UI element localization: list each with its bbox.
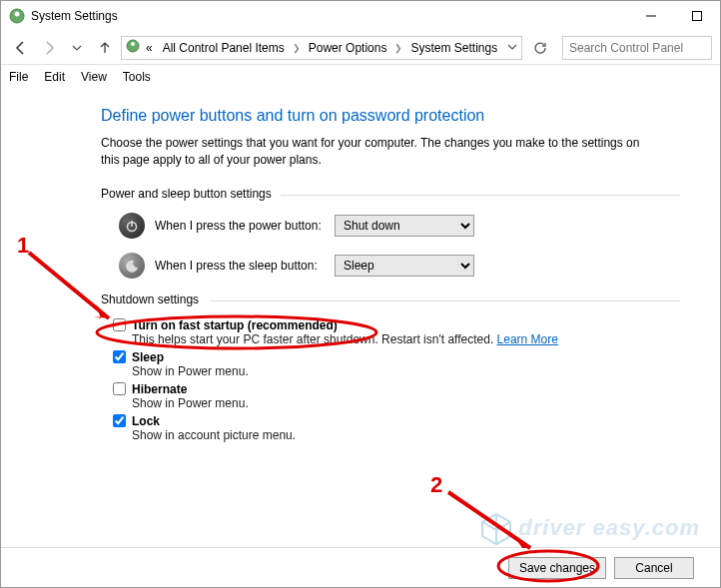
page-subtitle: Choose the power settings that you want …: [101, 135, 660, 169]
chevron-right-icon: ❯: [291, 43, 303, 53]
svg-point-5: [131, 42, 135, 46]
sleep-button-label: When I press the sleep button:: [155, 259, 325, 273]
power-sleep-group-title: Power and sleep button settings: [101, 187, 680, 203]
fast-startup-label: Turn on fast startup (recommended): [132, 318, 338, 332]
power-button-label: When I press the power button:: [155, 219, 325, 233]
content-area: Define power buttons and turn on passwor…: [1, 89, 720, 476]
search-input[interactable]: [562, 36, 712, 60]
menu-file[interactable]: File: [9, 70, 28, 84]
cancel-button[interactable]: Cancel: [614, 557, 694, 579]
lock-row: Lock Show in account picture menu.: [113, 414, 680, 442]
maximize-icon: [692, 11, 702, 21]
refresh-icon: [533, 41, 547, 55]
chevron-down-icon: [72, 43, 82, 53]
hibernate-desc: Show in Power menu.: [132, 396, 680, 410]
breadcrumb[interactable]: « All Control Panel Items ❯ Power Option…: [121, 36, 522, 60]
history-dropdown[interactable]: [65, 36, 89, 60]
annotation-2: 2: [430, 472, 442, 497]
up-button[interactable]: [93, 36, 117, 60]
menu-view[interactable]: View: [81, 70, 107, 84]
hibernate-checkbox[interactable]: [113, 382, 126, 395]
sleep-checkbox[interactable]: [113, 350, 126, 363]
sleep-label: Sleep: [132, 350, 164, 364]
sleep-button-select[interactable]: Sleep: [335, 255, 474, 277]
hibernate-label: Hibernate: [132, 382, 187, 396]
up-arrow-icon: [98, 41, 112, 55]
svg-point-1: [15, 12, 20, 17]
navigation-bar: « All Control Panel Items ❯ Power Option…: [1, 31, 720, 65]
title-bar: System Settings: [1, 1, 720, 31]
menu-tools[interactable]: Tools: [123, 70, 151, 84]
breadcrumb-dropdown[interactable]: [507, 41, 517, 55]
chevron-down-icon: [507, 42, 517, 52]
sleep-desc: Show in Power menu.: [132, 364, 680, 378]
shutdown-group-title: Shutdown settings: [101, 293, 680, 308]
back-arrow-icon: [13, 40, 29, 56]
cube-icon: [478, 511, 514, 547]
window-title: System Settings: [31, 9, 118, 23]
learn-more-link[interactable]: Learn More: [497, 332, 558, 346]
back-button[interactable]: [9, 36, 33, 60]
power-icon: [119, 213, 145, 239]
power-button-row: When I press the power button: Shut down: [119, 213, 680, 239]
power-sleep-group: Power and sleep button settings When I p…: [101, 187, 680, 279]
maximize-button[interactable]: [674, 1, 720, 31]
lock-desc: Show in account picture menu.: [132, 428, 680, 442]
bottom-bar: Save changes Cancel: [1, 547, 720, 587]
refresh-button[interactable]: [528, 36, 552, 60]
sleep-row: Sleep Show in Power menu.: [113, 350, 680, 378]
svg-rect-3: [693, 12, 702, 21]
fast-startup-desc: This helps start your PC faster after sh…: [132, 332, 680, 346]
sleep-icon: [119, 253, 145, 279]
menu-edit[interactable]: Edit: [44, 70, 65, 84]
chevron-right-icon: ❯: [392, 43, 404, 53]
hibernate-row: Hibernate Show in Power menu.: [113, 382, 680, 410]
shutdown-settings-group: Shutdown settings Turn on fast startup (…: [101, 293, 680, 442]
save-changes-button[interactable]: Save changes: [508, 557, 606, 579]
breadcrumb-item-settings[interactable]: System Settings: [406, 41, 501, 55]
fast-startup-row: Turn on fast startup (recommended) This …: [113, 318, 680, 346]
location-icon: [126, 39, 140, 56]
sleep-button-row: When I press the sleep button: Sleep: [119, 253, 680, 279]
fast-startup-checkbox[interactable]: [113, 318, 126, 331]
window-controls: [628, 1, 720, 31]
breadcrumb-item-power[interactable]: Power Options: [305, 41, 391, 55]
lock-label: Lock: [132, 414, 160, 428]
forward-arrow-icon: [41, 40, 57, 56]
minimize-button[interactable]: [628, 1, 674, 31]
breadcrumb-prefix: «: [142, 41, 157, 55]
power-button-select[interactable]: Shut down: [335, 215, 474, 237]
forward-button[interactable]: [37, 36, 61, 60]
lock-checkbox[interactable]: [113, 414, 126, 427]
watermark: driver easy.com: [478, 511, 700, 547]
menu-bar: File Edit View Tools: [1, 65, 720, 89]
page-title: Define power buttons and turn on passwor…: [101, 107, 680, 125]
breadcrumb-item-all[interactable]: All Control Panel Items: [159, 41, 289, 55]
minimize-icon: [646, 11, 656, 21]
app-icon: [9, 8, 25, 24]
